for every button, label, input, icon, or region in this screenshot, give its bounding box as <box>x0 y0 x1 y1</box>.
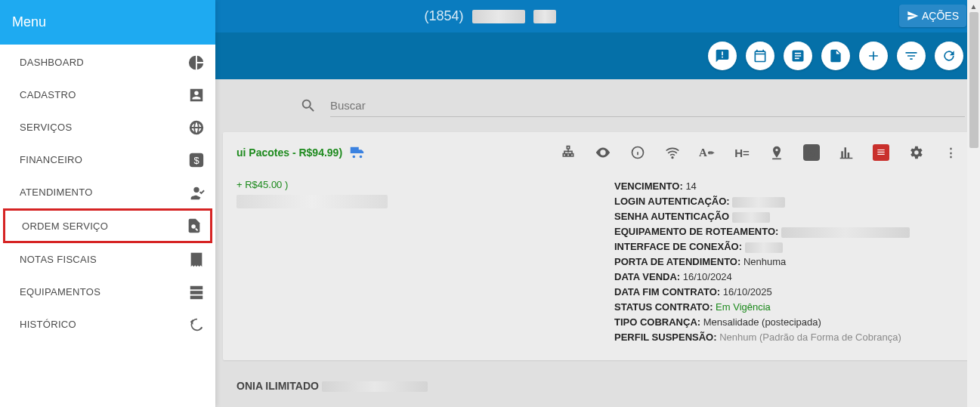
card-toolbar: A✏ H= $ ⋮ <box>560 144 959 161</box>
sidebar-item-financeiro[interactable]: FINANCEIRO $ <box>0 143 215 176</box>
sidebar-item-label: SERVIÇOS <box>20 122 72 133</box>
redacted-text <box>732 212 770 223</box>
eye-icon[interactable] <box>595 144 611 161</box>
sidebar-item-atendimento[interactable]: ATENDIMENTO <box>0 176 215 208</box>
kv-label: LOGIN AUTENTICAÇÃO: <box>614 196 730 207</box>
sidebar-item-label: HISTÓRICO <box>20 319 76 330</box>
pie-chart-icon <box>188 54 205 71</box>
main-content: ui Pacotes - R$94.99) A✏ H= $ ⋮ + R$ <box>215 79 980 407</box>
kv-label: SENHA AUTENTICAÇÃO <box>614 211 729 222</box>
server-icon <box>188 284 205 301</box>
svg-rect-4 <box>190 291 203 294</box>
kv-label: DATA FIM CONTRATO: <box>614 286 720 298</box>
plan-card: ui Pacotes - R$94.99) A✏ H= $ ⋮ + R$ <box>223 132 972 360</box>
sidebar-item-dashboard[interactable]: DASHBOARD <box>0 46 215 79</box>
sidebar-item-ordem-servico[interactable]: ORDEM SERVIÇO <box>3 208 212 243</box>
chat-button[interactable] <box>708 42 737 70</box>
actions-label: AÇÕES <box>922 10 959 22</box>
sidebar: Menu DASHBOARD CADASTRO SERVIÇOS FINANCE… <box>0 0 215 407</box>
kv-value: 14 <box>685 180 696 192</box>
svg-point-7 <box>672 157 673 159</box>
kv-value: Mensalidade (postecipada) <box>703 316 821 328</box>
svg-rect-5 <box>190 295 203 299</box>
money-icon[interactable]: $ <box>803 144 820 161</box>
redacted-text <box>472 10 525 23</box>
sidebar-item-label: FINANCEIRO <box>20 154 82 165</box>
history-icon <box>188 316 205 333</box>
sidebar-item-label: EQUIPAMENTOS <box>20 286 100 298</box>
note-button[interactable] <box>784 42 812 70</box>
sidebar-item-servicos[interactable]: SERVIÇOS <box>0 111 215 143</box>
receipt-icon <box>188 251 205 268</box>
addon-price: + R$45.00 ) <box>236 179 584 190</box>
search-input[interactable] <box>330 94 965 117</box>
plus-icon <box>866 48 881 63</box>
plan2-detail <box>322 380 428 392</box>
scroll-up-arrow[interactable]: ▲ <box>967 0 980 12</box>
chat-icon <box>715 48 730 63</box>
font-icon[interactable]: A✏ <box>699 144 716 161</box>
kv-value: Nenhum (Padrão da Forma de Cobrança) <box>719 331 901 343</box>
note-icon <box>790 48 805 63</box>
gear-icon[interactable] <box>907 144 924 161</box>
svg-point-2 <box>191 224 196 229</box>
kv-value: 16/10/2024 <box>683 271 732 282</box>
kv-value: Em Vigência <box>716 301 771 313</box>
kv-label: PORTA DE ATENDIMENTO: <box>614 256 740 267</box>
filter-icon <box>904 48 919 63</box>
kv-label: PERFIL SUSPENSÃO: <box>614 331 717 343</box>
second-plan-header: ONIA ILIMITADO <box>223 369 972 392</box>
info-icon[interactable] <box>629 144 646 161</box>
header-icon[interactable]: H= <box>734 144 750 161</box>
kv-label: STATUS CONTRATO: <box>614 301 713 313</box>
actions-button[interactable]: AÇÕES <box>899 5 966 27</box>
sidebar-item-label: ATENDIMENTO <box>20 187 93 198</box>
document-button[interactable] <box>821 42 850 70</box>
sidebar-title: Menu <box>0 0 215 45</box>
sidebar-item-label: CADASTRO <box>20 89 76 100</box>
card-header: ui Pacotes - R$94.99) A✏ H= $ ⋮ <box>236 144 959 161</box>
kv-label: INTERFACE DE CONEXÃO: <box>614 241 742 252</box>
kv-value: 16/10/2025 <box>723 286 772 298</box>
plan-title: ui Pacotes - R$94.99) <box>236 144 365 161</box>
scroll-thumb[interactable] <box>969 12 978 148</box>
sidebar-item-historico[interactable]: HISTÓRICO <box>0 308 215 341</box>
kv-label: EQUIPAMENTO DE ROTEAMENTO: <box>614 226 778 237</box>
truck-icon <box>348 144 365 161</box>
wifi-icon[interactable] <box>664 144 681 161</box>
refresh-button[interactable] <box>935 42 963 70</box>
dollar-icon: $ <box>188 152 205 168</box>
plan-title-text: ui Pacotes - R$94.99) <box>236 146 342 159</box>
redacted-text <box>745 242 783 253</box>
sidebar-item-label: ORDEM SERVIÇO <box>22 220 108 232</box>
refresh-icon <box>941 48 957 63</box>
page-title: (1854) <box>424 8 555 24</box>
sidebar-item-notas-fiscais[interactable]: NOTAS FISCAIS <box>0 243 215 276</box>
location-icon[interactable] <box>768 144 785 161</box>
card-body: + R$45.00 ) VENCIMENTO: 14 LOGIN AUTENTI… <box>236 179 959 345</box>
sidebar-item-equipamentos[interactable]: EQUIPAMENTOS <box>0 276 215 308</box>
kv-value: Nenhuma <box>744 256 786 267</box>
calendar-button[interactable] <box>746 42 774 70</box>
sidebar-item-cadastro[interactable]: CADASTRO <box>0 79 215 111</box>
sidebar-item-label: NOTAS FISCAIS <box>20 254 97 265</box>
redacted-text <box>236 195 388 208</box>
kv-label: TIPO COBRANÇA: <box>614 316 700 328</box>
agent-icon <box>188 184 205 201</box>
chart-icon[interactable] <box>838 144 855 161</box>
card-left-column: + R$45.00 ) <box>236 179 584 345</box>
order-search-icon <box>186 217 202 234</box>
network-icon[interactable] <box>560 144 577 161</box>
globe-icon <box>188 119 205 136</box>
sidebar-item-label: DASHBOARD <box>20 57 84 68</box>
title-prefix: (1854) <box>424 8 463 23</box>
more-icon[interactable]: ⋮ <box>942 144 959 161</box>
list-red-icon[interactable] <box>873 144 889 161</box>
kv-label: DATA VENDA: <box>614 271 680 282</box>
redacted-text <box>781 227 910 238</box>
redacted-text <box>322 381 428 392</box>
filter-button[interactable] <box>897 42 926 70</box>
add-button[interactable] <box>859 42 888 70</box>
scrollbar[interactable]: ▲ <box>967 0 980 407</box>
search-row <box>215 79 980 132</box>
